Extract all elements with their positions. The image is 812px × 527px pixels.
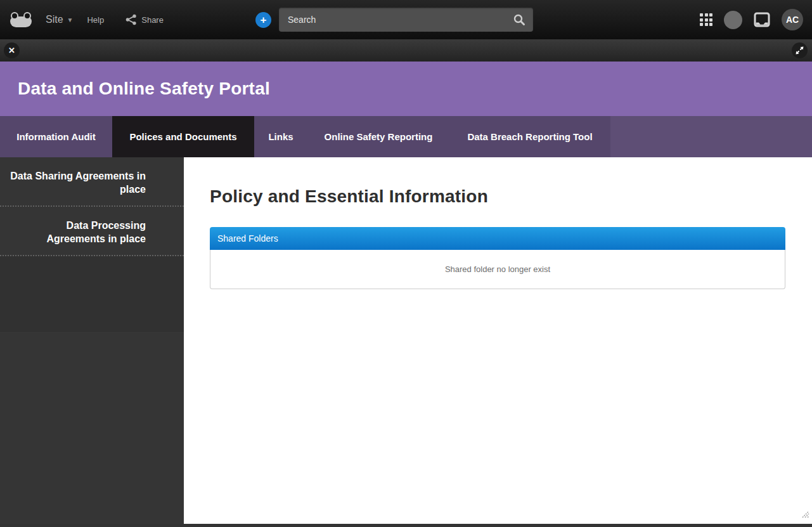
user-initials: AC [786, 15, 799, 25]
resize-grip-icon[interactable] [797, 506, 810, 519]
sidebar: Data Sharing Agreements in place Data Pr… [0, 157, 184, 524]
tab-label: Data Breach Reporting Tool [467, 131, 592, 142]
tab-label: Polices and Documents [129, 131, 236, 142]
help-menu-label: Help [87, 15, 104, 25]
chevron-down-icon: ▼ [67, 16, 74, 23]
tab-polices-and-documents[interactable]: Polices and Documents [112, 116, 254, 157]
search-icon[interactable] [513, 13, 525, 26]
page-body: Data Sharing Agreements in place Data Pr… [0, 157, 812, 524]
frog-logo-icon[interactable] [10, 12, 32, 27]
tab-online-safety-reporting[interactable]: Online Safety Reporting [307, 116, 449, 157]
site-menu-label: Site [46, 14, 63, 25]
sidebar-item-data-sharing-agreements[interactable]: Data Sharing Agreements in place [0, 157, 184, 207]
site-menu[interactable]: Site ▼ [46, 14, 73, 25]
tab-bar: Information Audit Polices and Documents … [0, 116, 812, 157]
panel-empty-message: Shared folder no longer exist [445, 264, 550, 274]
close-button[interactable]: ✕ [4, 42, 20, 58]
portal-banner: Data and Online Safety Portal [0, 62, 812, 116]
tab-label: Online Safety Reporting [325, 131, 433, 142]
close-icon: ✕ [8, 46, 15, 55]
tab-label: Information Audit [16, 131, 95, 142]
sidebar-item-label: Data Sharing Agreements in place [10, 169, 146, 196]
tab-information-audit[interactable]: Information Audit [0, 116, 112, 157]
search-bar [279, 8, 533, 32]
add-button[interactable]: + [255, 12, 271, 28]
apps-grid-icon[interactable] [700, 13, 712, 26]
tab-strip: Information Audit Polices and Documents … [0, 116, 610, 157]
status-circle-icon[interactable] [724, 11, 742, 29]
plus-icon: + [261, 15, 267, 25]
sidebar-empty-slot [0, 256, 184, 333]
expand-button[interactable] [792, 42, 808, 58]
panel-body: Shared folder no longer exist [210, 250, 785, 289]
tab-data-breach-reporting-tool[interactable]: Data Breach Reporting Tool [449, 116, 610, 157]
window-toolbar: ✕ [0, 39, 812, 62]
sidebar-item-data-processing-agreements[interactable]: Data Processing Agreements in place [0, 207, 184, 256]
main-content: Policy and Essential Information Shared … [184, 157, 812, 524]
share-label: Share [141, 15, 164, 25]
sidebar-item-label: Data Processing Agreements in place [10, 219, 146, 245]
panel-title: Shared Folders [217, 233, 278, 244]
bottom-bar [0, 524, 812, 527]
help-menu[interactable]: Help [87, 15, 104, 25]
topbar-right-icons: AC [700, 0, 803, 39]
top-bar: Site ▼ Help Share + AC [0, 0, 812, 39]
tab-links[interactable]: Links [254, 116, 307, 157]
panel-header: Shared Folders [210, 227, 785, 250]
portal-title: Data and Online Safety Portal [18, 79, 270, 99]
search-input[interactable] [279, 15, 513, 25]
page-title: Policy and Essential Information [210, 186, 786, 207]
expand-arrows-icon [795, 46, 804, 55]
tab-label: Links [268, 131, 293, 142]
inbox-tray-icon[interactable] [754, 11, 770, 28]
share-button[interactable]: Share [126, 14, 164, 25]
shared-folders-panel: Shared Folders Shared folder no longer e… [210, 227, 785, 289]
share-icon [126, 14, 137, 25]
user-avatar[interactable]: AC [782, 9, 803, 30]
